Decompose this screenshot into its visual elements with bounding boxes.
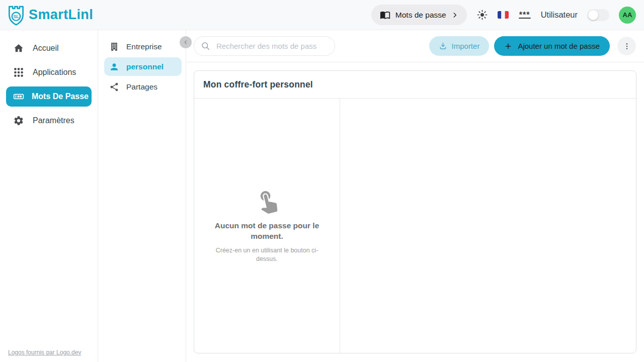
france-flag-icon [498,11,509,19]
add-password-button[interactable]: Ajouter un mot de passe [494,36,610,56]
search-icon [201,41,210,51]
tap-gesture-icon [251,185,283,217]
content-area: Mon coffre-fort personnel Aucun mot de p… [186,62,644,362]
password-list-pane: Aucun mot de passe pour le moment. Créez… [194,99,340,353]
kebab-menu-icon [623,42,631,50]
brand-logo[interactable]: SL SmartLinl [6,4,93,27]
apps-grid-icon [13,67,24,78]
import-button[interactable]: Importer [429,36,490,56]
building-icon [109,42,119,52]
primary-sidebar: Accueil Applications [0,30,98,362]
sun-icon [476,9,488,21]
book-icon [380,10,390,20]
password-detail-pane [340,99,636,353]
download-icon [439,42,447,50]
person-icon [109,62,119,72]
passwords-context-button[interactable]: Mots de passe [371,5,467,25]
vault-item-partages[interactable]: Partages [104,77,182,96]
passwords-toolbar: Importer Ajouter un mot de passe [186,30,644,62]
context-pill-label: Mots de passe [395,11,446,20]
theme-toggle-button[interactable] [476,9,488,21]
topbar: SL SmartLinl Mots de passe [0,0,644,30]
logo-dev-attribution-link[interactable]: Logos fournis par Logo.dev [8,349,81,356]
chevron-left-icon [183,39,189,45]
search-box[interactable] [194,36,335,56]
user-toggle-switch[interactable] [587,9,609,21]
toggle-knob [588,10,598,20]
home-icon [13,43,24,54]
import-button-label: Importer [452,42,480,50]
vault-sidebar: Entreprise personnel Partages [98,30,186,362]
collapse-sidebar-button[interactable] [180,36,192,48]
svg-text:SL: SL [13,14,19,19]
search-input[interactable] [215,41,331,51]
empty-state-subtitle: Créez-en un en utilisant le bouton ci-de… [209,246,326,264]
gear-icon [13,115,24,126]
brand-name: SmartLinl [29,7,93,23]
vault-panel-header: Mon coffre-fort personnel [194,71,636,99]
sidebar-item-accueil[interactable]: Accueil [0,38,98,58]
password-field-icon [13,91,24,102]
sidebar-item-label: Paramètres [33,116,74,125]
vault-item-label: personnel [126,62,164,71]
vault-item-entreprise[interactable]: Entreprise [104,37,182,56]
vault-panel: Mon coffre-fort personnel Aucun mot de p… [194,70,636,353]
chevron-right-icon [451,12,458,19]
sidebar-item-label: Mots De Passe [32,92,89,101]
shield-logo-icon: SL [6,4,26,27]
sidebar-item-applications[interactable]: Applications [0,62,98,82]
language-flag-button[interactable] [498,11,509,19]
share-icon [109,82,119,92]
empty-state: Aucun mot de passe pour le moment. Créez… [204,188,330,264]
sidebar-item-parametres[interactable]: Paramètres [0,111,98,131]
plus-icon [504,42,512,50]
avatar[interactable]: AA [619,7,636,24]
add-password-button-label: Ajouter un mot de passe [518,42,600,50]
empty-state-title: Aucun mot de passe pour le moment. [213,221,321,242]
vault-item-label: Partages [126,82,157,92]
sidebar-item-label: Accueil [33,44,59,53]
vault-item-label: Entreprise [126,42,162,51]
main-content: Importer Ajouter un mot de passe [186,30,644,362]
sidebar-item-mots-de-passe[interactable]: Mots De Passe [6,86,92,107]
more-options-button[interactable] [617,37,636,55]
password-dots-icon: *** [518,11,531,19]
user-label: Utilisateur [541,10,578,20]
vault-panel-title: Mon coffre-fort personnel [203,79,313,90]
vault-item-personnel[interactable]: personnel [104,57,182,76]
sidebar-item-label: Applications [33,68,76,77]
